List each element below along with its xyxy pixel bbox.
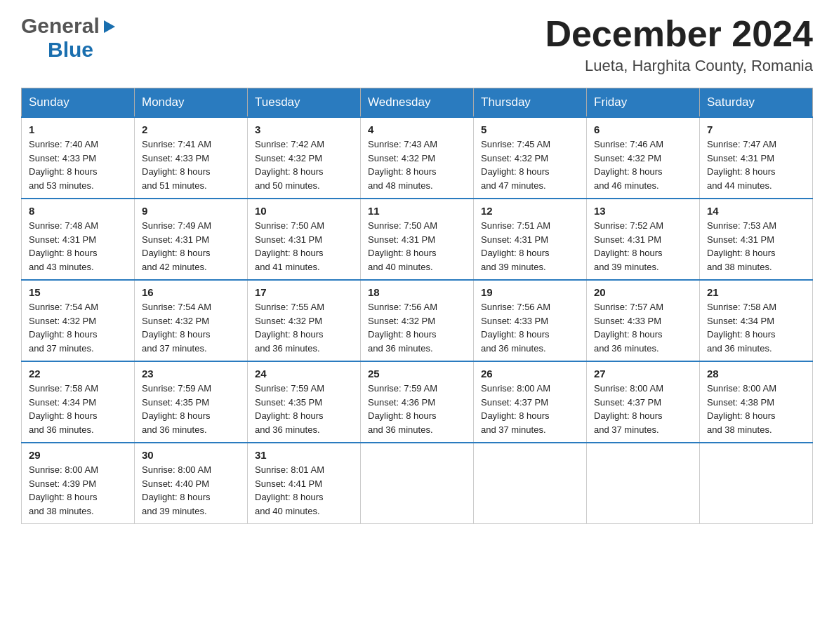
- day-cell: 30Sunrise: 8:00 AMSunset: 4:40 PMDayligh…: [135, 443, 248, 524]
- day-number: 3: [255, 123, 353, 135]
- month-title: December 2024: [545, 14, 813, 54]
- day-number: 31: [255, 449, 353, 461]
- day-cell: 12Sunrise: 7:51 AMSunset: 4:31 PMDayligh…: [474, 199, 587, 280]
- header-thursday: Thursday: [474, 88, 587, 118]
- header-friday: Friday: [587, 88, 700, 118]
- day-number: 15: [29, 286, 127, 298]
- day-info: Sunrise: 7:57 AMSunset: 4:33 PMDaylight:…: [594, 300, 692, 355]
- calendar-table: SundayMondayTuesdayWednesdayThursdayFrid…: [21, 88, 813, 524]
- day-cell: 6Sunrise: 7:46 AMSunset: 4:32 PMDaylight…: [587, 117, 700, 199]
- day-cell: 31Sunrise: 8:01 AMSunset: 4:41 PMDayligh…: [248, 443, 361, 524]
- logo-general-text: General: [21, 14, 100, 38]
- day-info: Sunrise: 8:00 AMSunset: 4:38 PMDaylight:…: [707, 382, 805, 436]
- day-number: 9: [142, 205, 240, 217]
- day-number: 10: [255, 205, 353, 217]
- day-info: Sunrise: 7:59 AMSunset: 4:35 PMDaylight:…: [142, 382, 240, 436]
- week-row-3: 15Sunrise: 7:54 AMSunset: 4:32 PMDayligh…: [22, 280, 813, 361]
- day-number: 28: [707, 368, 805, 380]
- day-cell: 15Sunrise: 7:54 AMSunset: 4:32 PMDayligh…: [22, 280, 135, 361]
- day-cell: 5Sunrise: 7:45 AMSunset: 4:32 PMDaylight…: [474, 117, 587, 199]
- day-cell: 17Sunrise: 7:55 AMSunset: 4:32 PMDayligh…: [248, 280, 361, 361]
- day-number: 13: [594, 205, 692, 217]
- day-cell: 20Sunrise: 7:57 AMSunset: 4:33 PMDayligh…: [587, 280, 700, 361]
- day-info: Sunrise: 7:55 AMSunset: 4:32 PMDaylight:…: [255, 300, 353, 355]
- day-number: 25: [368, 368, 466, 380]
- day-number: 18: [368, 286, 466, 298]
- day-info: Sunrise: 7:41 AMSunset: 4:33 PMDaylight:…: [142, 137, 240, 192]
- svg-marker-0: [104, 20, 115, 33]
- day-cell: 8Sunrise: 7:48 AMSunset: 4:31 PMDaylight…: [22, 199, 135, 280]
- day-cell: 1Sunrise: 7:40 AMSunset: 4:33 PMDaylight…: [22, 117, 135, 199]
- week-row-2: 8Sunrise: 7:48 AMSunset: 4:31 PMDaylight…: [22, 199, 813, 280]
- logo: General Blue: [21, 14, 117, 62]
- day-number: 23: [142, 368, 240, 380]
- header-monday: Monday: [135, 88, 248, 118]
- day-info: Sunrise: 7:50 AMSunset: 4:31 PMDaylight:…: [255, 219, 353, 274]
- day-info: Sunrise: 7:42 AMSunset: 4:32 PMDaylight:…: [255, 137, 353, 192]
- title-section: December 2024 Lueta, Harghita County, Ro…: [545, 14, 813, 75]
- day-info: Sunrise: 7:46 AMSunset: 4:32 PMDaylight:…: [594, 137, 692, 192]
- day-cell: 28Sunrise: 8:00 AMSunset: 4:38 PMDayligh…: [700, 361, 813, 443]
- day-number: 5: [481, 123, 579, 135]
- day-cell: [587, 443, 700, 524]
- day-number: 12: [481, 205, 579, 217]
- day-info: Sunrise: 7:52 AMSunset: 4:31 PMDaylight:…: [594, 219, 692, 274]
- week-row-5: 29Sunrise: 8:00 AMSunset: 4:39 PMDayligh…: [22, 443, 813, 524]
- logo-triangle-icon: [101, 19, 117, 34]
- day-number: 2: [142, 123, 240, 135]
- day-cell: 24Sunrise: 7:59 AMSunset: 4:35 PMDayligh…: [248, 361, 361, 443]
- day-info: Sunrise: 7:54 AMSunset: 4:32 PMDaylight:…: [29, 300, 127, 355]
- day-cell: [700, 443, 813, 524]
- day-cell: [361, 443, 474, 524]
- day-info: Sunrise: 8:01 AMSunset: 4:41 PMDaylight:…: [255, 463, 353, 518]
- day-info: Sunrise: 8:00 AMSunset: 4:39 PMDaylight:…: [29, 463, 127, 518]
- day-info: Sunrise: 7:54 AMSunset: 4:32 PMDaylight:…: [142, 300, 240, 355]
- header-tuesday: Tuesday: [248, 88, 361, 118]
- day-number: 29: [29, 449, 127, 461]
- day-number: 16: [142, 286, 240, 298]
- day-cell: 11Sunrise: 7:50 AMSunset: 4:31 PMDayligh…: [361, 199, 474, 280]
- header-saturday: Saturday: [700, 88, 813, 118]
- day-info: Sunrise: 7:56 AMSunset: 4:32 PMDaylight:…: [368, 300, 466, 355]
- day-cell: 29Sunrise: 8:00 AMSunset: 4:39 PMDayligh…: [22, 443, 135, 524]
- day-cell: 2Sunrise: 7:41 AMSunset: 4:33 PMDaylight…: [135, 117, 248, 199]
- day-info: Sunrise: 8:00 AMSunset: 4:40 PMDaylight:…: [142, 463, 240, 518]
- day-number: 30: [142, 449, 240, 461]
- day-info: Sunrise: 7:40 AMSunset: 4:33 PMDaylight:…: [29, 137, 127, 192]
- logo-blue-text: Blue: [48, 38, 93, 61]
- day-cell: 27Sunrise: 8:00 AMSunset: 4:37 PMDayligh…: [587, 361, 700, 443]
- day-number: 6: [594, 123, 692, 135]
- day-info: Sunrise: 7:51 AMSunset: 4:31 PMDaylight:…: [481, 219, 579, 274]
- day-info: Sunrise: 7:56 AMSunset: 4:33 PMDaylight:…: [481, 300, 579, 355]
- day-cell: 21Sunrise: 7:58 AMSunset: 4:34 PMDayligh…: [700, 280, 813, 361]
- day-info: Sunrise: 7:58 AMSunset: 4:34 PMDaylight:…: [29, 382, 127, 436]
- day-info: Sunrise: 7:45 AMSunset: 4:32 PMDaylight:…: [481, 137, 579, 192]
- day-number: 1: [29, 123, 127, 135]
- week-row-4: 22Sunrise: 7:58 AMSunset: 4:34 PMDayligh…: [22, 361, 813, 443]
- header-sunday: Sunday: [22, 88, 135, 118]
- day-cell: [474, 443, 587, 524]
- day-number: 20: [594, 286, 692, 298]
- day-number: 17: [255, 286, 353, 298]
- day-number: 4: [368, 123, 466, 135]
- day-cell: 18Sunrise: 7:56 AMSunset: 4:32 PMDayligh…: [361, 280, 474, 361]
- day-cell: 19Sunrise: 7:56 AMSunset: 4:33 PMDayligh…: [474, 280, 587, 361]
- day-cell: 13Sunrise: 7:52 AMSunset: 4:31 PMDayligh…: [587, 199, 700, 280]
- day-number: 27: [594, 368, 692, 380]
- day-cell: 26Sunrise: 8:00 AMSunset: 4:37 PMDayligh…: [474, 361, 587, 443]
- day-info: Sunrise: 7:48 AMSunset: 4:31 PMDaylight:…: [29, 219, 127, 274]
- day-number: 24: [255, 368, 353, 380]
- day-cell: 23Sunrise: 7:59 AMSunset: 4:35 PMDayligh…: [135, 361, 248, 443]
- day-cell: 10Sunrise: 7:50 AMSunset: 4:31 PMDayligh…: [248, 199, 361, 280]
- day-cell: 3Sunrise: 7:42 AMSunset: 4:32 PMDaylight…: [248, 117, 361, 199]
- week-row-1: 1Sunrise: 7:40 AMSunset: 4:33 PMDaylight…: [22, 117, 813, 199]
- day-info: Sunrise: 7:47 AMSunset: 4:31 PMDaylight:…: [707, 137, 805, 192]
- day-cell: 14Sunrise: 7:53 AMSunset: 4:31 PMDayligh…: [700, 199, 813, 280]
- day-cell: 7Sunrise: 7:47 AMSunset: 4:31 PMDaylight…: [700, 117, 813, 199]
- day-number: 22: [29, 368, 127, 380]
- header-wednesday: Wednesday: [361, 88, 474, 118]
- day-number: 26: [481, 368, 579, 380]
- day-cell: 4Sunrise: 7:43 AMSunset: 4:32 PMDaylight…: [361, 117, 474, 199]
- day-number: 14: [707, 205, 805, 217]
- day-info: Sunrise: 8:00 AMSunset: 4:37 PMDaylight:…: [481, 382, 579, 436]
